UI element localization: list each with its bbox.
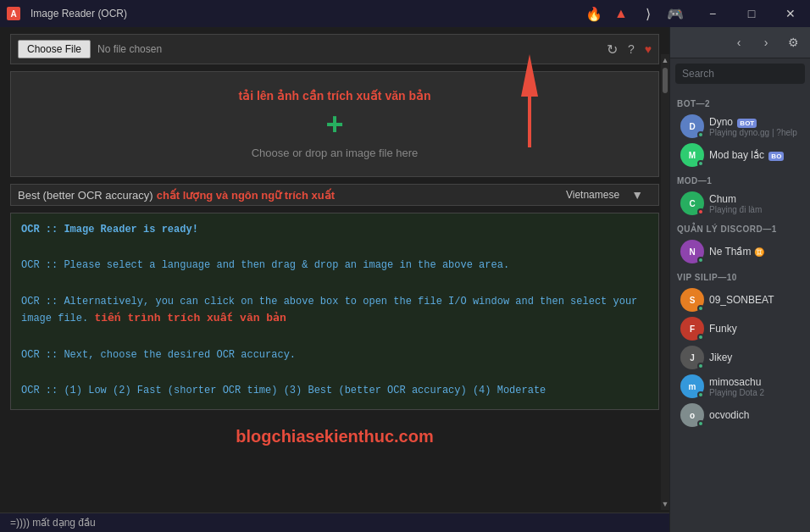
member-name-dyno: Dyno BOT [709, 116, 800, 128]
avatar-jikey: J [680, 346, 704, 369]
heart-icon[interactable]: ♥ [645, 42, 652, 56]
minimize-button[interactable]: − [693, 0, 732, 27]
member-info-jikey: Jikey [709, 352, 800, 363]
member-activity-mimosachu: Playing Dota 2 [709, 388, 800, 397]
scroll-up-arrow[interactable]: ▲ [662, 56, 669, 64]
discord-nav-forward[interactable]: › [754, 30, 778, 54]
ocr-scroll-area: Choose File No file chosen ↻ ? ♥ tải lên… [0, 27, 669, 513]
netham-badge: ♊ [754, 247, 764, 257]
discord-search-bar[interactable]: 🔍 [675, 64, 805, 84]
maximize-button[interactable]: □ [732, 0, 771, 27]
bot-badge-dyno: BOT [737, 119, 757, 128]
quality-language-row: Best (better OCR accuracy) chất lượng và… [10, 184, 659, 206]
status-dot-ocvodich [697, 420, 704, 427]
section-bot2: BOT—2 [670, 92, 810, 112]
section-mod1: MOD—1 [670, 169, 810, 189]
ocr-line-8 [21, 365, 648, 381]
avatar-dyno: D [680, 114, 704, 138]
member-chum[interactable]: C Chum Playing đi làm [674, 189, 807, 218]
member-info-chum: Chum Playing đi làm [709, 193, 800, 214]
extension-icons: 🔥 ▲ ⟩ 🎮 [576, 4, 693, 23]
member-info-sonbeat: 09_SONBEAT [709, 294, 800, 306]
ext-icon-2[interactable]: ▲ [608, 4, 634, 23]
titlebar-left: A Image Reader (OCR) [0, 7, 134, 20]
ocr-panel: Choose File No file chosen ↻ ? ♥ tải lên… [0, 27, 669, 532]
file-chooser-row: Choose File No file chosen ↻ ? ♥ [10, 34, 659, 64]
member-activity-chum: Playing đi làm [709, 205, 800, 214]
avatar-ocvodich: o [680, 403, 704, 427]
ocr-line-9: OCR :: (1) Low (2) Fast (shorter OCR tim… [21, 383, 648, 399]
member-name-jikey: Jikey [709, 352, 800, 363]
member-info-ocvodich: ocvodich [709, 409, 800, 421]
quality-row-inner: Best (better OCR accuracy) chất lượng và… [11, 185, 658, 205]
status-dot-netham [697, 257, 704, 263]
status-dot-sonbeat [697, 305, 704, 312]
status-dot-mimosachu [697, 391, 704, 398]
member-name-ocvodich: ocvodich [709, 409, 800, 421]
watermark: blogchiasekienthuc.com [10, 417, 659, 457]
status-dot-dyno [697, 131, 704, 138]
section-vipsilip: VIP SILIP—10 [670, 266, 810, 285]
ocr-line-6 [21, 330, 648, 346]
discord-nav-back[interactable]: ‹ [727, 30, 751, 54]
member-activity-dyno: Playing dyno.gg | ?help [709, 128, 800, 137]
plus-icon: + [325, 109, 343, 140]
member-info-modbaylac: Mod bay lắc BO [709, 149, 800, 161]
member-info-dyno: Dyno BOT Playing dyno.gg | ?help [709, 116, 800, 137]
titlebar: A Image Reader (OCR) 🔥 ▲ ⟩ 🎮 − □ ✕ [0, 0, 810, 27]
close-button[interactable]: ✕ [771, 0, 810, 27]
ocr-scrollbar[interactable]: ▲ ▼ [661, 54, 669, 510]
status-dot-jikey [697, 363, 704, 369]
refresh-icon[interactable]: ↻ [607, 42, 618, 58]
quality-text-plain: Best (better OCR accuracy) [18, 189, 153, 202]
member-modbaylac[interactable]: M Mod bay lắc BO [674, 141, 807, 169]
no-file-label: No file chosen [97, 43, 162, 55]
ocr-line-5: OCR :: Alternatively, you can click on t… [21, 294, 648, 328]
scroll-thumb[interactable] [663, 68, 668, 93]
member-mimosachu[interactable]: m mimosachu Playing Dota 2 [674, 372, 807, 401]
discord-settings-icon[interactable]: ⚙ [781, 30, 805, 54]
member-info-mimosachu: mimosachu Playing Dota 2 [709, 376, 800, 397]
quality-text-red: chất lượng và ngôn ngữ trích xuất [157, 189, 335, 202]
member-name-chum: Chum [709, 193, 800, 205]
titlebar-right: 🔥 ▲ ⟩ 🎮 − □ ✕ [576, 0, 810, 27]
dropdown-arrow-icon[interactable]: ▼ [623, 188, 652, 202]
member-dyno[interactable]: D Dyno BOT Playing dyno.gg | ?help [674, 112, 807, 141]
discord-panel: ‹ › ⚙ 🔍 BOT—2 D Dyno BOT Playing dyno.gg… [669, 27, 810, 532]
member-netham[interactable]: N Ne Thầm ♊ [674, 237, 807, 266]
member-name-netham: Ne Thầm ♊ [709, 246, 800, 258]
avatar-chum: C [680, 191, 704, 215]
member-ocvodich[interactable]: o ocvodich [674, 401, 807, 429]
ext-icon-4[interactable]: 🎮 [663, 4, 688, 23]
avatar-mimosachu: m [680, 374, 704, 398]
drop-zone[interactable]: tải lên ảnh cần trích xuất văn bản + Cho… [10, 71, 659, 177]
section-quanly: QUẢN LÝ DISCORD—1 [670, 218, 810, 237]
search-input[interactable] [682, 68, 809, 80]
member-info-netham: Ne Thầm ♊ [709, 246, 800, 258]
status-dot-modbaylac [697, 160, 704, 167]
avatar-modbaylac: M [680, 143, 704, 167]
progress-label: tiến trình trích xuất văn bản [94, 312, 286, 324]
member-name-funky: Funky [709, 323, 800, 335]
ocr-output-area: OCR :: Image Reader is ready! OCR :: Ple… [10, 213, 659, 410]
ocr-line-1: OCR :: Image Reader is ready! [21, 222, 648, 238]
ocr-line-7: OCR :: Next, choose the desired OCR accu… [21, 347, 648, 363]
drop-hint: Choose or drop an image file here [252, 147, 419, 159]
ext-icon-3[interactable]: ⟩ [635, 4, 661, 23]
language-text: Vietnamese [566, 189, 619, 201]
member-name-sonbeat: 09_SONBEAT [709, 294, 800, 306]
member-sonbeat[interactable]: S 09_SONBEAT [674, 285, 807, 314]
member-funky[interactable]: F Funky [674, 314, 807, 343]
member-jikey[interactable]: J Jikey [674, 343, 807, 372]
choose-file-button[interactable]: Choose File [18, 40, 91, 58]
ocr-line-2 [21, 240, 648, 256]
ocr-line-3: OCR :: Please select a language and then… [21, 258, 648, 274]
help-icon[interactable]: ? [628, 42, 635, 56]
drop-zone-label: tải lên ảnh cần trích xuất văn bản [238, 89, 430, 103]
ocr-line-4 [21, 276, 648, 292]
member-name-modbaylac: Mod bay lắc BO [709, 149, 800, 161]
discord-topbar: ‹ › ⚙ [670, 27, 810, 58]
ext-icon-1[interactable]: 🔥 [581, 4, 607, 23]
status-bar: =)))) mất dạng đầu [0, 513, 669, 532]
scroll-down-arrow[interactable]: ▼ [662, 500, 669, 508]
